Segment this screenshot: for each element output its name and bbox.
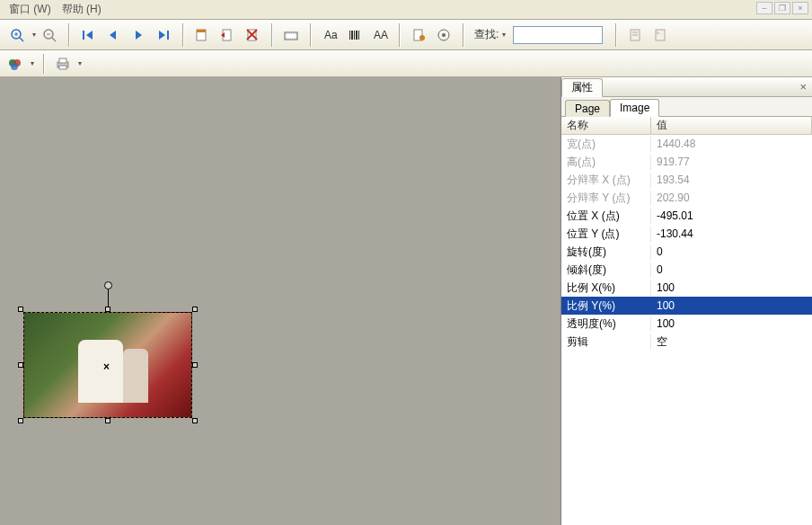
print-tool-button[interactable] — [53, 54, 73, 74]
rotation-handle[interactable] — [104, 281, 112, 289]
workspace: × 属性 × Page Image 名称 值 宽(点)1440.48高(点)91… — [0, 77, 812, 525]
find-label: 查找: — [474, 27, 499, 42]
target-tool-button[interactable] — [432, 23, 455, 47]
barcode-tool-button[interactable] — [343, 23, 366, 47]
svg-marker-12 — [159, 31, 165, 40]
minimize-button[interactable]: – — [756, 2, 772, 14]
resize-handle-sw[interactable] — [18, 418, 23, 423]
text-tool-a-button[interactable]: Aa — [318, 23, 341, 47]
zoom-out-button[interactable] — [38, 23, 61, 47]
property-row[interactable]: 透明度(%)100 — [561, 315, 812, 333]
next-page-button[interactable] — [127, 23, 150, 47]
property-name: 分辩率 X (点) — [561, 173, 651, 188]
center-marker-icon[interactable]: × — [103, 360, 110, 373]
svg-rect-28 — [358, 31, 359, 40]
resize-handle-n[interactable] — [105, 307, 110, 312]
property-name: 位置 X (点) — [561, 209, 651, 224]
properties-table: 名称 值 宽(点)1440.48高(点)919.77分辩率 X (点)193.5… — [561, 117, 812, 525]
property-value[interactable]: 0 — [651, 263, 812, 276]
zoom-in-button[interactable] — [5, 23, 29, 47]
svg-marker-8 — [86, 31, 93, 40]
svg-point-41 — [11, 63, 18, 70]
resize-handle-ne[interactable] — [192, 307, 198, 312]
svg-rect-14 — [197, 30, 206, 32]
doc-tool-2-button[interactable] — [649, 23, 672, 47]
property-name: 高(点) — [561, 155, 651, 170]
resize-handle-w[interactable] — [18, 362, 23, 368]
svg-rect-24 — [349, 31, 350, 40]
property-row[interactable]: 位置 X (点)-495.01 — [561, 207, 812, 225]
property-name: 比例 X(%) — [561, 280, 651, 296]
column-header-value[interactable]: 值 — [651, 117, 812, 134]
find-dropdown-icon[interactable]: ▾ — [502, 31, 506, 39]
property-value: 193.54 — [651, 174, 812, 186]
property-row[interactable]: 剪辑空 — [561, 333, 812, 351]
property-row[interactable]: 倾斜(度)0 — [561, 261, 812, 279]
svg-point-31 — [419, 35, 425, 40]
menu-help[interactable]: 帮助 (H) — [57, 0, 107, 19]
svg-rect-7 — [83, 31, 84, 40]
last-page-button[interactable] — [152, 23, 175, 47]
close-button[interactable]: × — [792, 2, 808, 14]
resize-handle-nw[interactable] — [18, 307, 23, 312]
svg-rect-25 — [351, 31, 353, 40]
panel-subtabs: Page Image — [561, 97, 812, 117]
window-controls: – ❐ × — [756, 2, 808, 14]
tab-image[interactable]: Image — [610, 99, 659, 117]
panel-close-icon[interactable]: × — [799, 80, 807, 93]
property-value[interactable]: 空 — [651, 334, 812, 350]
property-row[interactable]: 比例 Y(%)100 — [561, 297, 812, 315]
find-input[interactable] — [513, 26, 603, 44]
svg-rect-11 — [167, 31, 169, 40]
property-value[interactable]: -130.44 — [651, 227, 812, 240]
resize-handle-se[interactable] — [192, 418, 198, 423]
column-header-name[interactable]: 名称 — [561, 117, 651, 134]
zoom-dropdown-icon[interactable]: ▾ — [32, 31, 36, 39]
page-tool-button[interactable] — [407, 23, 430, 47]
canvas-area[interactable]: × — [0, 77, 560, 525]
svg-rect-26 — [354, 31, 355, 40]
main-toolbar: ▾ Aa AA 查找: ▾ — [0, 20, 812, 50]
property-value[interactable]: 100 — [651, 299, 812, 312]
svg-rect-43 — [59, 58, 66, 63]
text-tool-aa-button[interactable]: AA — [368, 23, 392, 47]
delete-page-button[interactable] — [241, 23, 264, 47]
svg-marker-10 — [136, 31, 142, 40]
doc-tool-1-button[interactable] — [623, 23, 647, 47]
print-dropdown-icon[interactable]: ▾ — [78, 59, 82, 67]
new-page-button[interactable] — [190, 23, 214, 47]
color-dropdown-icon[interactable]: ▾ — [31, 59, 34, 67]
property-row[interactable]: 旋转(度)0 — [561, 243, 812, 261]
resize-handle-s[interactable] — [105, 418, 110, 423]
property-name: 旋转(度) — [561, 245, 651, 260]
svg-marker-9 — [110, 31, 116, 40]
property-name: 分辩率 Y (点) — [561, 191, 651, 206]
properties-header: 名称 值 — [561, 117, 812, 135]
menu-window[interactable]: 窗口 (W) — [4, 0, 57, 19]
tab-page[interactable]: Page — [565, 100, 610, 117]
property-name: 宽(点) — [561, 137, 651, 152]
svg-line-1 — [20, 38, 23, 41]
secondary-toolbar: ▾ ▾ — [0, 50, 812, 77]
prev-page-button[interactable] — [102, 23, 125, 47]
property-row[interactable]: 位置 Y (点)-130.44 — [561, 225, 812, 243]
import-page-button[interactable] — [216, 23, 239, 47]
keyboard-button[interactable] — [279, 23, 303, 47]
property-row: 分辩率 X (点)193.54 — [561, 171, 812, 189]
property-value[interactable]: 0 — [651, 245, 812, 258]
first-page-button[interactable] — [76, 23, 100, 47]
property-value[interactable]: 100 — [651, 281, 812, 294]
restore-button[interactable]: ❐ — [774, 2, 790, 14]
color-tool-button[interactable] — [5, 54, 25, 74]
svg-text:Aa: Aa — [324, 29, 338, 41]
svg-text:AA: AA — [374, 29, 388, 41]
property-value[interactable]: 100 — [651, 317, 812, 330]
property-value[interactable]: -495.01 — [651, 209, 812, 222]
panel-titlebar: 属性 × — [561, 77, 812, 97]
selected-image-object[interactable]: × — [18, 307, 198, 423]
panel-title-label[interactable]: 属性 — [561, 78, 603, 97]
svg-rect-44 — [59, 66, 66, 69]
property-name: 透明度(%) — [561, 316, 651, 332]
property-row[interactable]: 比例 X(%)100 — [561, 279, 812, 297]
resize-handle-e[interactable] — [192, 362, 198, 368]
